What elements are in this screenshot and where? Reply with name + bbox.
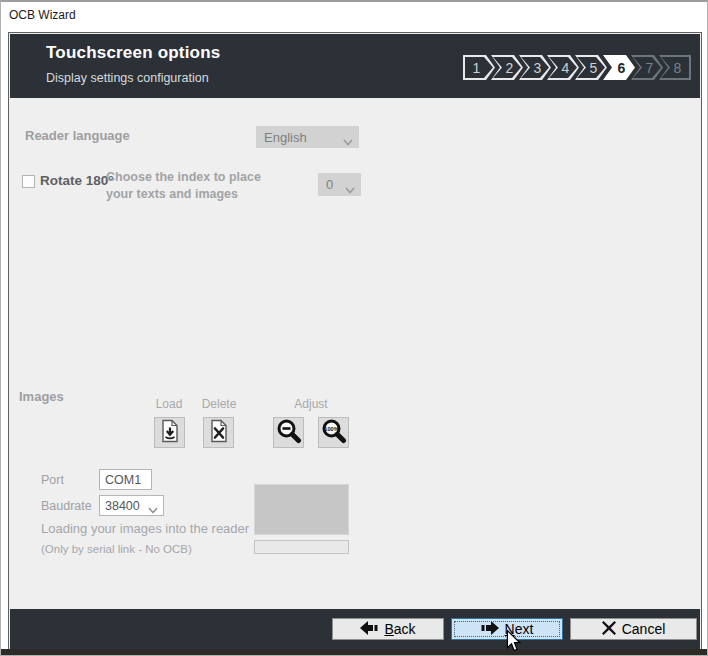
baudrate-label: Baudrate	[41, 499, 92, 513]
index-select[interactable]: 0	[318, 173, 361, 196]
window-title: OCB Wizard	[9, 8, 76, 22]
load-image-button[interactable]	[154, 417, 185, 448]
document-download-icon	[160, 419, 180, 447]
rotate-180-label: Rotate 180°	[40, 173, 114, 188]
page-title: Touchscreen options	[46, 43, 220, 63]
port-input[interactable]	[99, 469, 152, 490]
window-bottom-edge	[1, 649, 707, 655]
image-preview-box	[254, 484, 349, 535]
delete-image-button[interactable]	[203, 417, 234, 448]
wizard-header: Touchscreen options Display settings con…	[10, 34, 700, 98]
page-subtitle: Display settings configuration	[46, 71, 209, 85]
loading-images-text: Loading your images into the reader	[41, 521, 249, 536]
reader-language-label: Reader language	[25, 128, 130, 143]
images-section-label: Images	[19, 389, 64, 404]
magnifier-100-icon: 100%	[321, 418, 347, 448]
loading-progress-bar	[254, 540, 349, 554]
baudrate-select[interactable]: 38400	[99, 495, 164, 516]
chevron-down-icon	[343, 134, 353, 149]
close-x-icon	[602, 621, 616, 638]
reader-language-select[interactable]: English	[256, 126, 359, 148]
adjust-label: Adjust	[273, 397, 349, 411]
port-label: Port	[41, 473, 64, 487]
arrow-right-icon	[481, 621, 499, 638]
wizard-footer: Back Next Cancel	[10, 609, 700, 649]
next-button[interactable]: Next	[451, 618, 563, 640]
chevron-down-icon	[345, 182, 355, 197]
wizard-dialog: Touchscreen options Display settings con…	[8, 32, 702, 651]
magnifier-minus-icon	[276, 418, 302, 448]
svg-text:100%: 100%	[324, 425, 338, 431]
ocb-wizard-window: OCB Wizard Touchscreen options Display s…	[0, 0, 708, 656]
document-delete-icon	[209, 419, 229, 447]
step-indicator: 1 2 3 4 5 6 7 8	[463, 55, 691, 80]
rotate-180-checkbox[interactable]	[22, 175, 35, 188]
step-8: 8	[659, 55, 691, 80]
zoom-out-button[interactable]	[273, 417, 304, 448]
back-button[interactable]: Back	[332, 618, 444, 640]
load-label: Load	[150, 397, 188, 411]
serial-link-note: (Only by serial link - No OCB)	[41, 543, 192, 555]
delete-label: Delete	[199, 397, 239, 411]
chevron-down-icon	[148, 503, 158, 517]
titlebar[interactable]: OCB Wizard	[1, 2, 707, 30]
cancel-button[interactable]: Cancel	[570, 618, 697, 640]
zoom-100-button[interactable]: 100%	[318, 417, 349, 448]
index-hint-text: Choose the index to place your texts and…	[106, 169, 264, 203]
arrow-left-icon	[360, 621, 378, 638]
